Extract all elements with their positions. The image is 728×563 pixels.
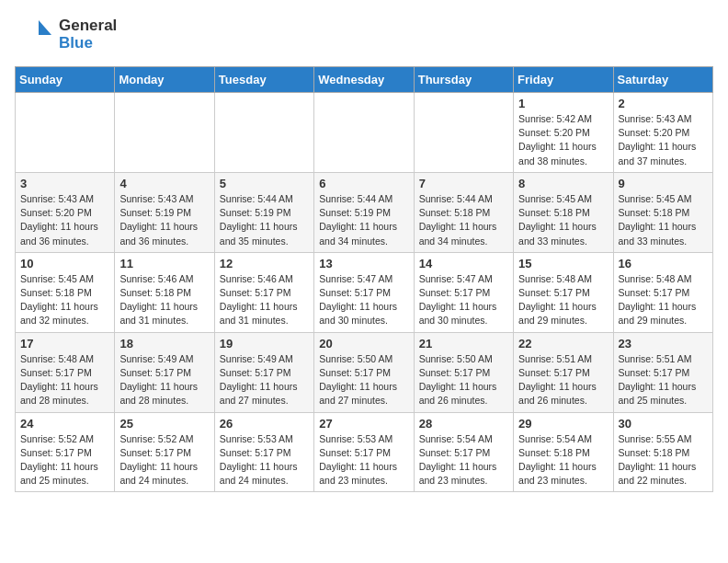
day-number: 29 <box>518 417 608 431</box>
calendar-cell: 10Sunrise: 5:45 AM Sunset: 5:18 PM Dayli… <box>16 252 115 332</box>
calendar-cell <box>214 93 313 173</box>
calendar-table: SundayMondayTuesdayWednesdayThursdayFrid… <box>15 66 713 492</box>
calendar-cell: 22Sunrise: 5:51 AM Sunset: 5:17 PM Dayli… <box>514 332 613 412</box>
day-number: 4 <box>119 177 209 190</box>
calendar-cell: 18Sunrise: 5:49 AM Sunset: 5:17 PM Dayli… <box>115 332 214 412</box>
day-info: Sunrise: 5:53 AM Sunset: 5:17 PM Dayligh… <box>319 432 408 488</box>
logo: GeneralBlue <box>15 15 117 55</box>
weekday-header: Saturday <box>613 67 712 93</box>
day-info: Sunrise: 5:47 AM Sunset: 5:17 PM Dayligh… <box>319 272 408 328</box>
calendar-cell: 20Sunrise: 5:50 AM Sunset: 5:17 PM Dayli… <box>314 332 414 412</box>
day-info: Sunrise: 5:48 AM Sunset: 5:17 PM Dayligh… <box>619 272 708 328</box>
day-number: 2 <box>619 97 708 110</box>
day-number: 28 <box>419 417 508 431</box>
calendar-cell: 4Sunrise: 5:43 AM Sunset: 5:19 PM Daylig… <box>115 172 214 252</box>
day-number: 18 <box>119 337 209 350</box>
day-info: Sunrise: 5:43 AM Sunset: 5:20 PM Dayligh… <box>20 192 109 248</box>
calendar-cell: 23Sunrise: 5:51 AM Sunset: 5:17 PM Dayli… <box>613 332 712 412</box>
day-number: 25 <box>119 417 209 431</box>
weekday-header: Sunday <box>16 67 115 93</box>
calendar-cell: 1Sunrise: 5:42 AM Sunset: 5:20 PM Daylig… <box>514 93 613 173</box>
day-number: 24 <box>20 417 109 431</box>
day-info: Sunrise: 5:46 AM Sunset: 5:17 PM Dayligh… <box>220 272 309 328</box>
day-info: Sunrise: 5:44 AM Sunset: 5:19 PM Dayligh… <box>220 192 309 248</box>
weekday-header: Monday <box>115 67 214 93</box>
day-info: Sunrise: 5:43 AM Sunset: 5:19 PM Dayligh… <box>119 192 209 248</box>
calendar-cell: 5Sunrise: 5:44 AM Sunset: 5:19 PM Daylig… <box>214 172 313 252</box>
calendar-cell: 17Sunrise: 5:48 AM Sunset: 5:17 PM Dayli… <box>16 332 115 412</box>
calendar-cell: 11Sunrise: 5:46 AM Sunset: 5:18 PM Dayli… <box>115 252 214 332</box>
day-number: 11 <box>119 257 209 270</box>
calendar-cell: 29Sunrise: 5:54 AM Sunset: 5:18 PM Dayli… <box>514 412 613 492</box>
day-info: Sunrise: 5:43 AM Sunset: 5:20 PM Dayligh… <box>619 112 708 168</box>
calendar-cell: 13Sunrise: 5:47 AM Sunset: 5:17 PM Dayli… <box>314 252 414 332</box>
calendar-cell <box>115 93 214 173</box>
day-number: 16 <box>619 257 708 270</box>
day-number: 15 <box>518 257 608 270</box>
day-number: 14 <box>419 257 508 270</box>
day-number: 19 <box>220 337 309 350</box>
day-info: Sunrise: 5:45 AM Sunset: 5:18 PM Dayligh… <box>20 272 109 328</box>
calendar-week-row: 17Sunrise: 5:48 AM Sunset: 5:17 PM Dayli… <box>16 332 713 412</box>
day-info: Sunrise: 5:55 AM Sunset: 5:18 PM Dayligh… <box>619 432 708 488</box>
calendar-cell: 28Sunrise: 5:54 AM Sunset: 5:17 PM Dayli… <box>414 412 513 492</box>
day-info: Sunrise: 5:52 AM Sunset: 5:17 PM Dayligh… <box>119 432 209 488</box>
weekday-header: Wednesday <box>314 67 414 93</box>
day-info: Sunrise: 5:49 AM Sunset: 5:17 PM Dayligh… <box>119 352 209 408</box>
day-number: 30 <box>619 417 708 431</box>
day-info: Sunrise: 5:54 AM Sunset: 5:18 PM Dayligh… <box>518 432 608 488</box>
calendar-cell: 19Sunrise: 5:49 AM Sunset: 5:17 PM Dayli… <box>214 332 313 412</box>
calendar-header-row: SundayMondayTuesdayWednesdayThursdayFrid… <box>16 67 713 93</box>
calendar-cell: 16Sunrise: 5:48 AM Sunset: 5:17 PM Dayli… <box>613 252 712 332</box>
day-info: Sunrise: 5:53 AM Sunset: 5:17 PM Dayligh… <box>220 432 309 488</box>
calendar-week-row: 10Sunrise: 5:45 AM Sunset: 5:18 PM Dayli… <box>16 252 713 332</box>
day-info: Sunrise: 5:45 AM Sunset: 5:18 PM Dayligh… <box>619 192 708 248</box>
calendar-cell: 7Sunrise: 5:44 AM Sunset: 5:18 PM Daylig… <box>414 172 513 252</box>
calendar-cell: 12Sunrise: 5:46 AM Sunset: 5:17 PM Dayli… <box>214 252 313 332</box>
day-info: Sunrise: 5:42 AM Sunset: 5:20 PM Dayligh… <box>518 112 608 168</box>
day-info: Sunrise: 5:51 AM Sunset: 5:17 PM Dayligh… <box>518 352 608 408</box>
day-number: 5 <box>220 177 309 190</box>
day-number: 7 <box>419 177 508 190</box>
day-info: Sunrise: 5:54 AM Sunset: 5:17 PM Dayligh… <box>419 432 508 488</box>
calendar-cell: 9Sunrise: 5:45 AM Sunset: 5:18 PM Daylig… <box>613 172 712 252</box>
calendar-week-row: 3Sunrise: 5:43 AM Sunset: 5:20 PM Daylig… <box>16 172 713 252</box>
weekday-header: Tuesday <box>214 67 313 93</box>
day-info: Sunrise: 5:48 AM Sunset: 5:17 PM Dayligh… <box>20 352 109 408</box>
logo-general: General <box>59 17 117 35</box>
day-info: Sunrise: 5:49 AM Sunset: 5:17 PM Dayligh… <box>220 352 309 408</box>
day-info: Sunrise: 5:51 AM Sunset: 5:17 PM Dayligh… <box>619 352 708 408</box>
day-info: Sunrise: 5:50 AM Sunset: 5:17 PM Dayligh… <box>319 352 408 408</box>
calendar-cell: 30Sunrise: 5:55 AM Sunset: 5:18 PM Dayli… <box>613 412 712 492</box>
day-info: Sunrise: 5:47 AM Sunset: 5:17 PM Dayligh… <box>419 272 508 328</box>
calendar-cell <box>16 93 115 173</box>
day-info: Sunrise: 5:52 AM Sunset: 5:17 PM Dayligh… <box>20 432 109 488</box>
day-info: Sunrise: 5:45 AM Sunset: 5:18 PM Dayligh… <box>518 192 608 248</box>
calendar-cell: 26Sunrise: 5:53 AM Sunset: 5:17 PM Dayli… <box>214 412 313 492</box>
calendar-cell <box>314 93 414 173</box>
day-number: 17 <box>20 337 109 350</box>
calendar-cell: 21Sunrise: 5:50 AM Sunset: 5:17 PM Dayli… <box>414 332 513 412</box>
calendar-cell: 15Sunrise: 5:48 AM Sunset: 5:17 PM Dayli… <box>514 252 613 332</box>
day-number: 10 <box>20 257 109 270</box>
day-number: 21 <box>419 337 508 350</box>
calendar-cell: 27Sunrise: 5:53 AM Sunset: 5:17 PM Dayli… <box>314 412 414 492</box>
calendar-cell <box>414 93 513 173</box>
logo-blue: Blue <box>59 35 117 52</box>
day-info: Sunrise: 5:46 AM Sunset: 5:18 PM Dayligh… <box>119 272 209 328</box>
calendar-cell: 3Sunrise: 5:43 AM Sunset: 5:20 PM Daylig… <box>16 172 115 252</box>
day-number: 20 <box>319 337 408 350</box>
weekday-header: Friday <box>514 67 613 93</box>
page-header: GeneralBlue <box>15 15 713 55</box>
weekday-header: Thursday <box>414 67 513 93</box>
day-number: 27 <box>319 417 408 431</box>
day-number: 6 <box>319 177 408 190</box>
day-number: 22 <box>518 337 608 350</box>
day-number: 1 <box>518 97 608 110</box>
day-info: Sunrise: 5:44 AM Sunset: 5:19 PM Dayligh… <box>319 192 408 248</box>
calendar-cell: 24Sunrise: 5:52 AM Sunset: 5:17 PM Dayli… <box>16 412 115 492</box>
day-info: Sunrise: 5:48 AM Sunset: 5:17 PM Dayligh… <box>518 272 608 328</box>
logo-icon <box>15 15 55 55</box>
calendar-cell: 6Sunrise: 5:44 AM Sunset: 5:19 PM Daylig… <box>314 172 414 252</box>
day-number: 9 <box>619 177 708 190</box>
